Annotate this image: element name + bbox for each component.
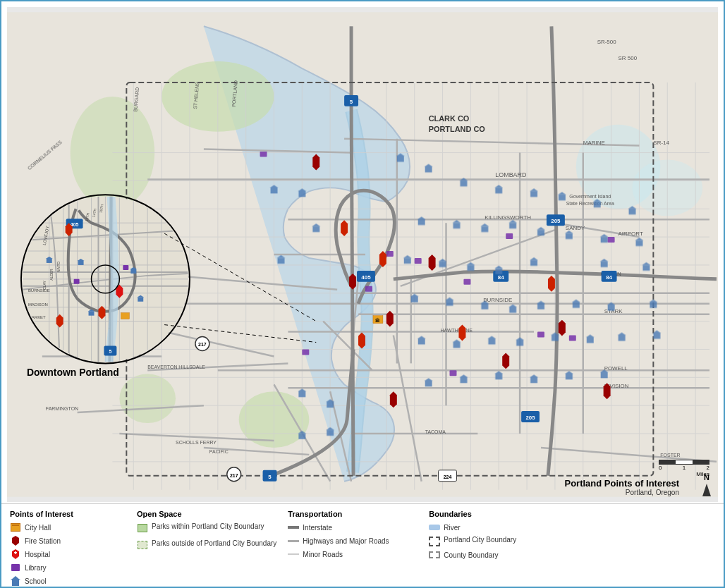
legend-school: School [10, 575, 126, 587]
svg-text:MADISON: MADISON [28, 302, 48, 307]
library-icon-1 [365, 286, 372, 292]
svg-rect-170 [298, 434, 305, 439]
svg-rect-152 [653, 333, 660, 339]
svg-rect-158 [495, 374, 502, 379]
map-area: CLARK CO PORTLAND CO LOMBARD KILLINGSWOR… [7, 7, 718, 502]
svg-rect-90 [629, 209, 636, 214]
library-icon-11 [608, 237, 615, 243]
legend-poi-title: Points of Interest [10, 510, 126, 518]
svg-rect-114 [495, 269, 502, 274]
scale-unit: Miles [659, 471, 709, 477]
i205-south-shield-label: 205 [525, 415, 535, 421]
river-label: River [444, 524, 460, 532]
legend-library: Library [10, 562, 126, 573]
portland-boundary-label: Portland City Boundary [444, 535, 516, 544]
airport-label: AIRPORT [619, 231, 643, 237]
legend-transportation-title: Transportation [288, 510, 418, 518]
powell-label: POWELL [604, 365, 628, 372]
svg-rect-102 [566, 233, 573, 239]
svg-rect-84 [530, 191, 537, 197]
svg-rect-217 [78, 261, 84, 265]
scale-seg-1 [659, 460, 676, 464]
cityhall-legend-icon [10, 522, 21, 533]
library-inset-1 [74, 279, 80, 284]
svg-text:NAITO: NAITO [56, 262, 61, 272]
cityhall-inset [121, 313, 129, 319]
portland-co-label: PORTLAND CO [429, 125, 486, 133]
library-icon-5 [537, 332, 544, 338]
hawthorne-label: HAWTHORNE [441, 328, 473, 333]
sr224-shield-label: 224 [444, 474, 452, 479]
river-legend-icon [429, 522, 440, 533]
legend-poi: Points of Interest City Hall Fire Statio… [10, 510, 137, 581]
svg-rect-130 [537, 304, 544, 310]
library-label: Library [25, 564, 47, 572]
svg-text:CLAY: CLAY [42, 281, 47, 290]
svg-rect-96 [481, 226, 488, 232]
county-boundary-label: County Boundary [444, 551, 498, 559]
svg-rect-148 [587, 338, 594, 343]
farmington-label: FARMINGTON [46, 406, 78, 411]
legend-park-inside: Parks within Portland City Boundary [137, 522, 276, 534]
scale-label-0: 0 [659, 465, 662, 471]
svg-rect-172 [327, 430, 334, 436]
interstate-legend-icon [288, 522, 299, 533]
legend-boundaries-title: Boundaries [429, 510, 559, 518]
sandy-label: SANDY [566, 225, 585, 231]
hospital-legend-icon [10, 549, 21, 560]
downtown-portland-label: Downtown Portland [27, 367, 119, 378]
legend-portland-boundary: Portland City Boundary [429, 535, 559, 547]
sr500-label: SR-500 [597, 39, 617, 45]
map-subtitle: Portland, Oregon [564, 489, 679, 496]
i5-north-shield-label: 5 [350, 99, 353, 105]
sr14-label: SR-14 [653, 140, 669, 146]
map-title: Portland Points of Interest [564, 478, 679, 489]
scale-label-1: 1 [683, 465, 686, 471]
legend-spacer [570, 510, 715, 581]
legend-park-outside: Parks outside of Portland City Boundary [137, 539, 276, 551]
library-icon-4 [506, 233, 513, 239]
svg-text:ALDER: ALDER [49, 269, 54, 281]
map-container: CLARK CO PORTLAND CO LOMBARD KILLINGSWOR… [0, 0, 725, 588]
highway-label: Highways and Major Roads [303, 537, 389, 545]
legend-cityhall: City Hall [10, 522, 126, 533]
library-icon-10 [569, 336, 576, 341]
legend-openspace: Open Space Parks within Portland City Bo… [137, 510, 288, 581]
svg-rect-104 [601, 237, 608, 243]
i5-south-shield-label: 5 [268, 474, 272, 480]
legend-hospital: Hospital [10, 549, 126, 560]
svg-rect-118 [601, 262, 608, 267]
highway-legend-icon [288, 535, 299, 546]
svg-rect-134 [608, 305, 615, 311]
legend-transportation: Transportation Interstate Highways and M… [288, 510, 429, 581]
svg-point-4 [119, 374, 176, 423]
legend: Points of Interest City Hall Fire Statio… [1, 503, 724, 587]
svg-rect-136 [650, 302, 657, 308]
svg-rect-178 [312, 226, 319, 232]
fire-legend-icon [10, 535, 21, 546]
svg-rect-86 [559, 195, 566, 200]
svg-rect-176 [298, 191, 305, 197]
svg-rect-124 [446, 300, 453, 306]
svg-rect-219 [130, 269, 136, 274]
svg-rect-126 [481, 304, 488, 310]
us217-shield-label: 217 [198, 342, 207, 347]
svg-rect-150 [619, 336, 626, 341]
i84-shield-label: 84 [498, 274, 504, 281]
minor-label: Minor Roads [303, 551, 343, 558]
fire-label: Fire Station [25, 537, 61, 545]
svg-rect-174 [271, 188, 278, 193]
county-boundary-legend-icon [429, 549, 440, 561]
legend-openspace-title: Open Space [137, 510, 276, 518]
svg-text:State Recreation Area: State Recreation Area [566, 201, 614, 206]
svg-rect-128 [509, 307, 516, 313]
svg-rect-180 [277, 258, 284, 264]
tacoma-label: TACOMA [425, 429, 446, 434]
svg-rect-110 [439, 262, 446, 267]
svg-rect-166 [298, 391, 305, 397]
foster-label: FOSTER [660, 453, 680, 458]
i405-main-shield-label: 405 [361, 274, 371, 281]
library-legend-icon [10, 562, 21, 573]
svg-rect-100 [537, 230, 544, 235]
svg-text:BURNSIDE: BURNSIDE [28, 288, 50, 293]
